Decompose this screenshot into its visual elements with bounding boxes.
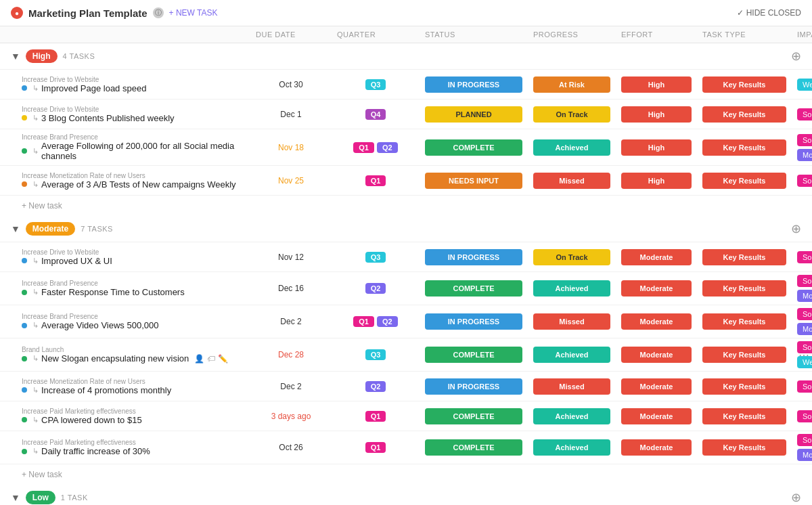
status-badge[interactable]: COMPLETE (425, 347, 522, 363)
progress-badge[interactable]: Missed (533, 378, 610, 395)
task-type-badge[interactable]: Key Results (702, 249, 786, 265)
progress-badge[interactable]: At Risk (533, 76, 610, 93)
status-badge[interactable]: COMPLETE (425, 408, 522, 424)
impact-tag[interactable]: Social Media (797, 308, 812, 320)
add-section-icon-high[interactable]: ⊕ (791, 49, 801, 64)
effort-cell: High (616, 74, 697, 95)
progress-badge[interactable]: Achieved (533, 280, 610, 297)
status-badge[interactable]: NEEDS INPUT (425, 173, 522, 189)
effort-badge[interactable]: High (621, 76, 692, 93)
quarter-cell: Q3 (332, 249, 420, 265)
tag-icon[interactable]: 🏷 (207, 354, 215, 364)
effort-badge[interactable]: Moderate (621, 378, 692, 395)
task-type-badge[interactable]: Key Results (702, 76, 786, 93)
status-badge[interactable]: COMPLETE (425, 139, 522, 156)
impact-tag[interactable]: Social Media (797, 434, 812, 446)
task-type-badge[interactable]: Key Results (702, 408, 786, 424)
status-cell: IN PROGRESS (420, 246, 528, 268)
impact-tag[interactable]: Website (797, 79, 812, 91)
progress-badge[interactable]: On Track (533, 106, 610, 123)
info-icon[interactable]: ⓘ (153, 7, 164, 18)
status-badge[interactable]: PLANNED (425, 106, 522, 123)
impact-tag[interactable]: Social Media (797, 410, 812, 422)
quarter-badge[interactable]: Q3 (365, 349, 386, 360)
new-task-button[interactable]: + NEW TASK (169, 8, 218, 18)
effort-badge[interactable]: Moderate (621, 280, 692, 297)
quarter-badge[interactable]: Q2 (377, 316, 398, 327)
task-type-badge[interactable]: Key Results (702, 347, 786, 363)
progress-badge[interactable]: Achieved (533, 439, 610, 456)
impact-tag[interactable]: Social Media (797, 175, 812, 187)
quarter-badge[interactable]: Q1 (353, 316, 374, 327)
effort-badge[interactable]: High (621, 106, 692, 123)
add-section-icon-low[interactable]: ⊕ (791, 490, 801, 505)
effort-badge[interactable]: High (621, 139, 692, 156)
add-section-icon-moderate[interactable]: ⊕ (791, 221, 801, 236)
effort-badge[interactable]: Moderate (621, 313, 692, 330)
effort-badge[interactable]: Moderate (621, 347, 692, 363)
effort-badge[interactable]: Moderate (621, 408, 692, 424)
hide-closed-button[interactable]: ✓ HIDE CLOSED (737, 8, 801, 18)
task-type-badge[interactable]: Key Results (702, 378, 786, 395)
task-type-cell: Key Results (697, 74, 792, 95)
add-task-moderate[interactable]: + New task (0, 464, 812, 485)
progress-badge[interactable]: Achieved (533, 139, 610, 156)
quarter-badge[interactable]: Q3 (365, 252, 386, 263)
task-type-badge[interactable]: Key Results (702, 439, 786, 456)
task-type-badge[interactable]: Key Results (702, 173, 786, 189)
impact-tag[interactable]: Social Media (797, 275, 812, 287)
quarter-badge[interactable]: Q4 (365, 109, 386, 120)
status-badge[interactable]: COMPLETE (425, 280, 522, 297)
add-task-high[interactable]: + New task (0, 196, 812, 216)
more-options-button[interactable]: ⋯ (798, 349, 809, 361)
impact-tag[interactable]: Mobile (797, 323, 812, 335)
impact-tag[interactable]: Social Media (797, 134, 812, 146)
section-chevron-moderate[interactable]: ▼ (11, 223, 20, 234)
priority-dot (22, 85, 27, 91)
section-chevron-low[interactable]: ▼ (11, 492, 20, 503)
progress-badge[interactable]: On Track (533, 249, 610, 265)
edit-icon[interactable]: ✏️ (218, 354, 228, 364)
task-type-badge[interactable]: Key Results (702, 106, 786, 123)
status-badge[interactable]: IN PROGRESS (425, 249, 522, 265)
quarter-cell: Q4 (332, 106, 420, 123)
status-badge[interactable]: IN PROGRESS (425, 76, 522, 93)
section-header-low: ▼ Low 1 TASK ⊕ (0, 485, 812, 505)
impact-tag[interactable]: Social Media (797, 108, 812, 120)
quarter-badge[interactable]: Q1 (353, 142, 374, 153)
effort-badge[interactable]: Moderate (621, 439, 692, 456)
status-cell: IN PROGRESS (420, 311, 528, 332)
progress-badge[interactable]: Achieved (533, 408, 610, 424)
col-quarter: QUARTER (332, 26, 420, 43)
section-header-moderate: ▼ Moderate 7 TASKS ⊕ (0, 216, 812, 242)
quarter-badge[interactable]: Q3 (365, 79, 386, 90)
quarter-badge[interactable]: Q2 (365, 381, 386, 392)
quarter-badge[interactable]: Q1 (365, 411, 386, 422)
task-info-cell: Increase Monetization Rate of new Users … (0, 374, 250, 399)
due-date: Dec 1 (280, 110, 301, 119)
impact-tag[interactable]: Social Media (797, 251, 812, 263)
effort-badge[interactable]: Moderate (621, 249, 692, 265)
quarter-badge[interactable]: Q1 (365, 175, 386, 186)
progress-badge[interactable]: Missed (533, 313, 610, 330)
quarter-badge[interactable]: Q1 (365, 442, 386, 453)
task-type-badge[interactable]: Key Results (702, 313, 786, 330)
impact-tag[interactable]: Mobile (797, 149, 812, 161)
status-badge[interactable]: COMPLETE (425, 439, 522, 456)
section-chevron-high[interactable]: ▼ (11, 51, 20, 62)
impact-tag[interactable]: Mobile (797, 449, 812, 461)
impact-tag[interactable]: Mobile (797, 290, 812, 302)
impact-tag[interactable]: Social Media (797, 380, 812, 393)
task-name: ↳ Faster Response Time to Customers (22, 287, 240, 297)
progress-badge[interactable]: Achieved (533, 347, 610, 363)
effort-badge[interactable]: High (621, 173, 692, 189)
status-badge[interactable]: IN PROGRESS (425, 313, 522, 330)
status-badge[interactable]: IN PROGRESS (425, 378, 522, 395)
assign-icon[interactable]: 👤 (194, 354, 204, 364)
quarter-badge[interactable]: Q2 (365, 283, 386, 294)
priority-badge-moderate: Moderate (26, 222, 75, 236)
task-type-badge[interactable]: Key Results (702, 139, 786, 156)
quarter-badge[interactable]: Q2 (377, 142, 398, 153)
task-type-badge[interactable]: Key Results (702, 280, 786, 297)
progress-badge[interactable]: Missed (533, 173, 610, 189)
